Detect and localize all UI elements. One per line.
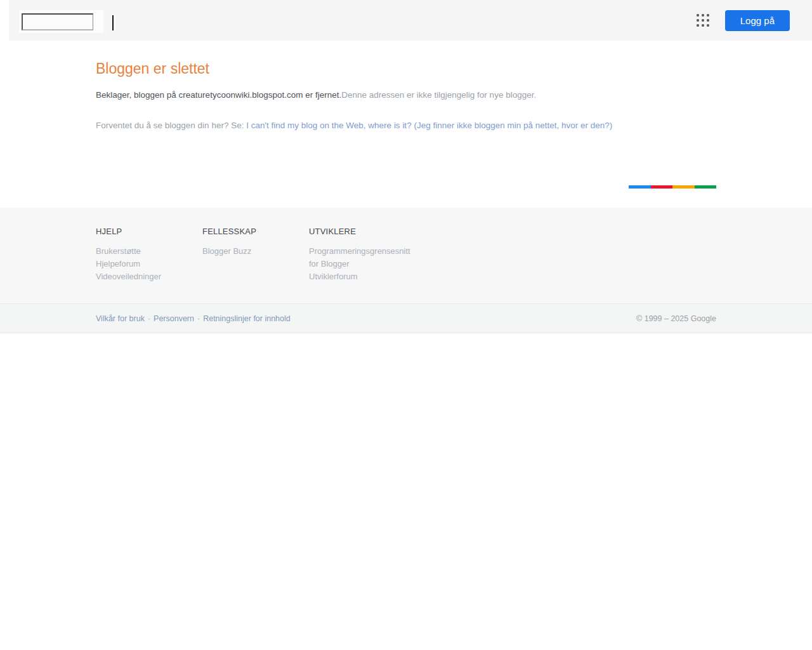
footer: HJELP Brukerstøtte Hjelpeforum Videoveil… — [0, 208, 812, 333]
footer-bottom-bar: Vilkår for bruk·Personvern·Retningslinje… — [0, 303, 812, 333]
footer-columns: HJELP Brukerstøtte Hjelpeforum Videoveil… — [96, 208, 716, 303]
header-actions: Logg på — [694, 0, 790, 41]
separator-dot: · — [197, 314, 200, 323]
rainbow-green-segment — [695, 185, 717, 189]
footer-link-help-forum[interactable]: Hjelpeforum — [96, 258, 202, 270]
header-bar: Logg på — [0, 0, 812, 41]
content-policy-link[interactable]: Retningslinjer for innhold — [203, 314, 291, 323]
footer-column-developers: UTVIKLERE Programmeringsgrensesnitt for … — [309, 227, 416, 283]
privacy-link[interactable]: Personvern — [154, 314, 194, 323]
footer-link-blogger-buzz[interactable]: Blogger Buzz — [202, 245, 309, 258]
help-link[interactable]: I can't find my blog on the Web, where i… — [246, 121, 612, 130]
sign-in-button[interactable]: Logg på — [725, 10, 790, 31]
footer-heading-community: FELLESSKAP — [202, 227, 309, 236]
rainbow-yellow-segment — [672, 185, 695, 189]
footer-column-help: HJELP Brukerstøtte Hjelpeforum Videoveil… — [96, 227, 202, 283]
page-title: Bloggen er slettet — [96, 41, 716, 77]
rainbow-red-segment — [651, 185, 673, 189]
help-prompt-text: Forventet du å se bloggen din her? Se: — [96, 121, 246, 130]
footer-link-developer-forum[interactable]: Utviklerforum — [309, 270, 416, 283]
separator-dot: · — [148, 314, 150, 323]
text-caret — [112, 15, 114, 30]
footer-link-blogger-api[interactable]: Programmeringsgrensesnitt for Blogger — [309, 245, 416, 270]
blogger-logo-placeholder[interactable] — [22, 13, 93, 30]
legal-links: Vilkår for bruk·Personvern·Retningslinje… — [96, 314, 291, 323]
footer-link-video-tutorials[interactable]: Videoveiledninger — [96, 270, 202, 283]
footer-heading-developers: UTVIKLERE — [309, 227, 416, 236]
footer-link-support[interactable]: Brukerstøtte — [96, 245, 202, 258]
copyright-text: © 1999 – 2025 Google — [636, 314, 716, 323]
deleted-message-rest: Denne adressen er ikke tilgjengelig for … — [341, 90, 536, 100]
blogger-deleted-page: Logg på Bloggen er slettet Beklager, blo… — [0, 0, 812, 650]
deleted-message: Beklager, bloggen på creaturetycoonwiki.… — [96, 89, 716, 102]
help-prompt: Forventet du å se bloggen din her? Se: I… — [96, 119, 716, 132]
footer-column-community: FELLESSKAP Blogger Buzz — [202, 227, 309, 283]
main-content: Bloggen er slettet Beklager, bloggen på … — [0, 41, 812, 208]
footer-heading-help: HJELP — [96, 227, 202, 236]
deleted-message-strong: Beklager, bloggen på creaturetycoonwiki.… — [96, 90, 341, 100]
rainbow-divider — [629, 185, 716, 189]
terms-link[interactable]: Vilkår for bruk — [96, 314, 145, 323]
google-apps-icon[interactable] — [694, 11, 712, 29]
rainbow-blue-segment — [629, 185, 651, 189]
